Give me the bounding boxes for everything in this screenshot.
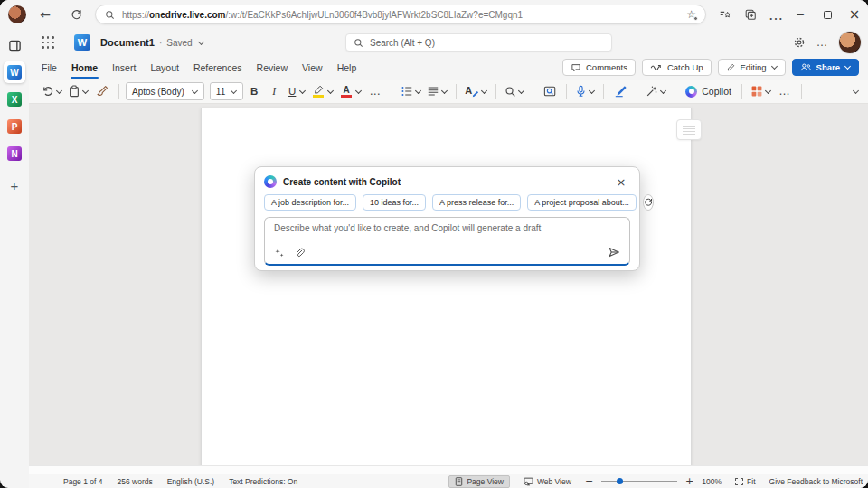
font-color-button[interactable]: A	[337, 81, 363, 101]
header-more-button[interactable]: …	[816, 36, 828, 49]
web-view-button[interactable]: Web View	[518, 476, 577, 487]
search-input[interactable]: Search (Alt + Q)	[345, 33, 612, 52]
format-painter-button[interactable]	[92, 81, 112, 101]
prompt-textarea[interactable]	[274, 223, 620, 242]
add-app-button[interactable]: +	[4, 178, 25, 193]
bookmark-button[interactable]: ☆	[686, 9, 696, 20]
tab-insert[interactable]: Insert	[105, 56, 143, 80]
minimize-button[interactable]: −	[787, 2, 814, 27]
rail-item-onenote[interactable]: N	[4, 143, 25, 164]
refresh-suggestions-button[interactable]	[643, 194, 654, 211]
send-button[interactable]	[608, 246, 620, 258]
document-page[interactable]	[201, 108, 692, 465]
italic-button[interactable]: I	[265, 86, 283, 97]
tab-view[interactable]: View	[295, 56, 330, 80]
designer-button[interactable]	[749, 81, 773, 101]
editing-mode-button[interactable]: Editing	[718, 59, 786, 76]
suggestion-chip[interactable]: 10 ideas for...	[363, 194, 426, 211]
maximize-button[interactable]	[814, 2, 841, 27]
sidebar-panel-button[interactable]	[4, 34, 25, 56]
feedback-link[interactable]: Give Feedback to Microsoft	[769, 477, 863, 486]
language[interactable]: English (U.S.)	[167, 477, 214, 486]
close-button[interactable]: ×	[841, 2, 868, 27]
paste-button[interactable]	[66, 81, 90, 101]
rail-item-powerpoint[interactable]: P	[4, 116, 25, 137]
toolbar-overflow-button[interactable]: …	[775, 81, 795, 101]
page-view-button[interactable]: Page View	[448, 475, 509, 488]
chevron-down-icon	[327, 89, 334, 95]
catch-up-icon	[650, 62, 663, 72]
refresh-button[interactable]	[64, 3, 88, 26]
ribbon-collapse-button[interactable]	[853, 89, 859, 95]
browser-menu-button[interactable]: …	[766, 5, 786, 24]
suggestion-chip[interactable]: A job description for...	[264, 194, 356, 211]
favorites-button[interactable]	[715, 5, 735, 24]
save-status: Saved	[166, 38, 192, 48]
styles-button[interactable]: A	[463, 81, 489, 101]
word-header: W Document1 · Saved Search (Alt + Q) …	[29, 29, 868, 56]
sparkle-icon[interactable]	[274, 248, 285, 258]
font-more-button[interactable]: …	[365, 81, 385, 101]
zoom-slider-handle[interactable]	[617, 478, 623, 484]
dictate-button[interactable]	[573, 81, 597, 101]
highlight-button[interactable]	[309, 81, 335, 101]
share-button[interactable]: Share	[792, 59, 859, 76]
underline-button[interactable]: U	[285, 81, 307, 101]
tab-review[interactable]: Review	[250, 56, 295, 80]
tab-references[interactable]: References	[186, 56, 250, 80]
font-name-select[interactable]: Aptos (Body)	[126, 82, 204, 100]
tab-layout[interactable]: Layout	[143, 56, 186, 80]
bold-button[interactable]: B	[245, 86, 263, 97]
document-title-group[interactable]: Document1 · Saved	[100, 37, 204, 48]
close-icon: ×	[849, 6, 861, 23]
text-predictions[interactable]: Text Predictions: On	[229, 477, 297, 486]
navigation-pane-button[interactable]	[540, 81, 560, 101]
bullets-button[interactable]	[399, 81, 423, 101]
comments-button[interactable]: Comments	[562, 59, 636, 76]
page-view-label: Page View	[467, 477, 503, 486]
dialog-close-button[interactable]: ×	[614, 176, 628, 188]
magic-wand-icon	[646, 85, 658, 98]
user-avatar[interactable]	[839, 32, 861, 53]
onenote-app-icon: N	[7, 146, 22, 161]
zoom-in-button[interactable]: +	[685, 475, 693, 487]
profile-avatar[interactable]	[8, 5, 26, 23]
suggestion-chip[interactable]: A press release for...	[432, 194, 521, 211]
autoformat-button[interactable]	[644, 81, 668, 101]
tab-file[interactable]: File	[34, 56, 64, 80]
align-button[interactable]	[425, 81, 449, 101]
word-app-icon: W	[7, 65, 22, 80]
refresh-icon	[71, 9, 82, 21]
catch-up-button[interactable]: Catch Up	[642, 59, 712, 76]
suggestion-chip[interactable]: A project proposal about...	[527, 194, 637, 211]
rail-item-word[interactable]: W	[4, 61, 25, 83]
collections-button[interactable]	[741, 5, 760, 24]
zoom-out-button[interactable]: −	[585, 475, 593, 487]
powerpoint-app-icon: P	[7, 119, 22, 134]
word-count[interactable]: 256 words	[117, 477, 152, 486]
horizontal-scrollbar[interactable]	[29, 465, 868, 474]
favorites-bar-icon	[719, 8, 731, 21]
share-label: Share	[816, 62, 840, 72]
tab-help[interactable]: Help	[330, 56, 364, 80]
font-size-select[interactable]: 11	[210, 82, 243, 100]
margin-note-button[interactable]	[676, 119, 702, 140]
back-button[interactable]: ←	[33, 3, 57, 26]
zoom-level[interactable]: 100%	[702, 477, 722, 486]
copilot-button[interactable]: Copilot	[682, 86, 735, 98]
undo-button[interactable]	[40, 81, 64, 101]
attach-paperclip-icon[interactable]	[294, 248, 305, 258]
rail-item-excel[interactable]: X	[4, 89, 25, 110]
find-button[interactable]	[503, 81, 526, 101]
divider	[456, 84, 457, 99]
address-bar[interactable]: https://onedrive.live.com/:w:/t/EaCKkPs6…	[95, 5, 706, 24]
excel-app-icon: X	[7, 92, 22, 107]
tab-home[interactable]: Home	[64, 56, 105, 80]
zoom-slider[interactable]	[601, 481, 677, 483]
editor-button[interactable]	[610, 81, 630, 101]
settings-button[interactable]	[793, 36, 806, 49]
app-launcher-button[interactable]	[42, 36, 54, 49]
fit-button[interactable]: Fit	[730, 476, 760, 487]
divider	[118, 84, 119, 99]
page-count[interactable]: Page 1 of 4	[63, 477, 102, 486]
